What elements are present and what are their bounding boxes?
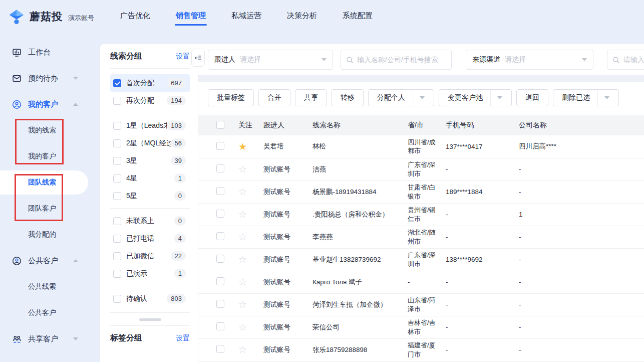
source-channel-select[interactable]: 来源渠道 请选择 bbox=[466, 50, 593, 70]
toolbar-button[interactable]: 共享 bbox=[295, 89, 327, 106]
star-outline-icon[interactable]: ☆ bbox=[238, 344, 247, 355]
lead-group-item[interactable]: 4星 1 bbox=[110, 169, 190, 187]
star-outline-icon[interactable]: ☆ bbox=[238, 164, 247, 174]
name-search-box[interactable] bbox=[341, 50, 452, 70]
chevron-down-icon[interactable] bbox=[73, 77, 78, 80]
row-checkbox[interactable] bbox=[216, 300, 224, 308]
lead-group-item[interactable]: 再次分配 194 bbox=[110, 92, 190, 109]
toolbar-button[interactable]: 删除已选 bbox=[553, 89, 619, 106]
star-outline-icon[interactable]: ☆ bbox=[238, 277, 247, 287]
row-checkbox[interactable] bbox=[216, 345, 224, 353]
lead-group-item[interactable]: 已打电话 4 bbox=[110, 230, 190, 247]
star-outline-icon[interactable]: ☆ bbox=[238, 209, 247, 220]
sidebar-item-workbench[interactable]: 工作台 bbox=[0, 39, 100, 65]
lead-group-item[interactable]: 1星（Leads未经... 103 bbox=[110, 117, 190, 134]
toolbar-button[interactable]: 变更客户池 bbox=[439, 89, 512, 106]
table-row[interactable]: ☆ 测试账号 杨景鹏-18919431884 甘肃省/白银市 189****18… bbox=[198, 180, 644, 203]
table-row[interactable]: ☆ 测试账号 .贵阳杨总（房和公积金） 贵州省/铜仁市 - 1 bbox=[198, 203, 644, 226]
toolbar-button[interactable]: 分配个人 bbox=[368, 89, 434, 106]
panel-resize-handle[interactable] bbox=[139, 318, 161, 321]
star-outline-icon[interactable]: ☆ bbox=[238, 232, 247, 242]
star-outline-icon[interactable]: ☆ bbox=[238, 322, 247, 332]
toolbar-button[interactable]: 转移 bbox=[332, 89, 364, 106]
group-checkbox[interactable] bbox=[113, 122, 121, 130]
star-outline-icon[interactable]: ☆ bbox=[238, 299, 247, 310]
follower-filter-select[interactable]: 跟进人 请选择 bbox=[208, 50, 333, 70]
nav-tab-decision-analysis[interactable]: 决策分析 bbox=[286, 6, 318, 28]
chevron-down-icon[interactable] bbox=[597, 90, 614, 106]
group-checkbox[interactable] bbox=[113, 235, 121, 243]
row-checkbox[interactable] bbox=[216, 232, 224, 240]
company-search-box[interactable] bbox=[607, 50, 644, 70]
row-checkbox[interactable] bbox=[216, 187, 224, 195]
nav-tab-system-config[interactable]: 系统配置 bbox=[342, 6, 374, 28]
table-row[interactable]: ★ 吴君培 林松 四川省/成都市 137****0417 四川启高**** bbox=[198, 135, 644, 158]
cell-lead-name: 荣信公司 bbox=[312, 316, 408, 338]
toolbar-button[interactable]: 合并 bbox=[258, 89, 290, 106]
row-checkbox[interactable] bbox=[216, 210, 224, 218]
group-checkbox[interactable] bbox=[113, 97, 121, 105]
group-checkbox[interactable] bbox=[113, 192, 121, 200]
lead-group-item[interactable]: 3星 39 bbox=[110, 152, 190, 169]
cell-region: 广东省/深圳市 bbox=[408, 158, 446, 180]
group-checkbox[interactable] bbox=[113, 270, 121, 278]
table-row[interactable]: ☆ 测试账号 荣信公司 吉林省/吉林市 - - bbox=[198, 316, 644, 338]
lead-group-item[interactable]: 未联系上 0 bbox=[110, 212, 190, 230]
select-all-checkbox[interactable] bbox=[216, 121, 224, 129]
lead-group-item[interactable]: 2星（MQL经过确... 56 bbox=[110, 134, 190, 152]
lead-group-item[interactable]: 已加微信 22 bbox=[110, 247, 190, 265]
row-checkbox[interactable] bbox=[216, 142, 224, 150]
group-checkbox[interactable] bbox=[113, 79, 121, 87]
table-row[interactable]: ☆ 测试账号 洁燕 广东省/深圳市 - - bbox=[198, 158, 644, 180]
sidebar-subitem-public-customers[interactable]: 公共客户 bbox=[0, 300, 100, 326]
chevron-up-icon[interactable] bbox=[73, 103, 78, 106]
company-search-input[interactable] bbox=[623, 56, 644, 64]
chevron-down-icon[interactable] bbox=[490, 90, 507, 106]
sidebar-subitem-team-customers[interactable]: 团队客户 bbox=[0, 196, 100, 222]
nav-tab-sales-management[interactable]: 销售管理 bbox=[175, 6, 207, 28]
chevron-down-icon[interactable] bbox=[413, 90, 429, 106]
table-row[interactable]: ☆ 测试账号 张乐18759288898 福建省/厦门市 - - bbox=[198, 338, 644, 361]
groups-settings-link[interactable]: 设置 bbox=[176, 52, 190, 61]
table-row[interactable]: ☆ 测试账号 菏泽刘生车抵（加企微） 山东省/菏泽市 - - bbox=[198, 293, 644, 316]
lead-group-item[interactable]: 首次分配 697 bbox=[110, 74, 190, 92]
name-search-input[interactable] bbox=[357, 56, 446, 64]
collapse-panel-button[interactable] bbox=[191, 49, 205, 67]
chevron-down-icon[interactable] bbox=[73, 337, 78, 340]
group-checkbox[interactable] bbox=[113, 139, 121, 147]
sidebar-subitem-team-leads[interactable]: 团队线索 bbox=[0, 170, 88, 195]
toolbar-button[interactable]: 退回 bbox=[516, 89, 548, 106]
sidebar-subitem-my-leads[interactable]: 我的线索 bbox=[0, 117, 100, 143]
sidebar-subitem-my-assigned[interactable]: 我分配的 bbox=[0, 222, 100, 248]
group-checkbox[interactable] bbox=[113, 174, 121, 183]
group-checkbox[interactable] bbox=[113, 295, 121, 303]
sidebar-subitem-public-leads[interactable]: 公共线索 bbox=[0, 274, 100, 300]
row-checkbox[interactable] bbox=[216, 322, 224, 330]
lead-group-item[interactable]: 5星 0 bbox=[110, 187, 190, 205]
sidebar-item-appointments[interactable]: 预约待办 bbox=[0, 65, 100, 91]
group-checkbox[interactable] bbox=[113, 217, 121, 225]
row-checkbox[interactable] bbox=[216, 277, 224, 285]
sidebar-subitem-my-customers[interactable]: 我的客户 bbox=[0, 143, 100, 169]
star-outline-icon[interactable]: ☆ bbox=[238, 187, 247, 197]
tag-groups-settings-link[interactable]: 设置 bbox=[176, 334, 190, 343]
sidebar-item-my-customers[interactable]: 我的客户 bbox=[0, 91, 100, 117]
star-outline-icon[interactable]: ☆ bbox=[238, 254, 247, 265]
brand-logo[interactable]: 蘑菇投 演示账号 bbox=[8, 8, 94, 25]
sidebar-item-shared-customers[interactable]: 共享客户 bbox=[0, 326, 100, 352]
nav-tab-ad-optimization[interactable]: 广告优化 bbox=[119, 6, 151, 28]
row-checkbox[interactable] bbox=[216, 255, 224, 263]
lead-group-item[interactable]: 待确认 803 bbox=[110, 290, 190, 307]
toolbar-button[interactable]: 批量标签 bbox=[208, 89, 254, 106]
group-checkbox[interactable] bbox=[113, 252, 121, 260]
sidebar-item-public-customers[interactable]: 公共客户 bbox=[0, 248, 100, 274]
table-row[interactable]: ☆ 测试账号 基业赵生13828739692 广东省/深圳市 138****96… bbox=[198, 248, 644, 271]
table-row[interactable]: ☆ 测试账号 Карго Толя 斌子 - - - bbox=[198, 271, 644, 293]
lead-group-item[interactable]: 已演示 1 bbox=[110, 265, 190, 282]
row-checkbox[interactable] bbox=[216, 164, 224, 172]
nav-tab-private-domain[interactable]: 私域运营 bbox=[230, 6, 262, 28]
group-checkbox[interactable] bbox=[113, 157, 121, 165]
chevron-up-icon[interactable] bbox=[73, 259, 78, 262]
table-row[interactable]: ☆ 测试账号 李燕燕 湖北省/随州市 - - bbox=[198, 226, 644, 248]
star-filled-icon[interactable]: ★ bbox=[238, 141, 247, 152]
